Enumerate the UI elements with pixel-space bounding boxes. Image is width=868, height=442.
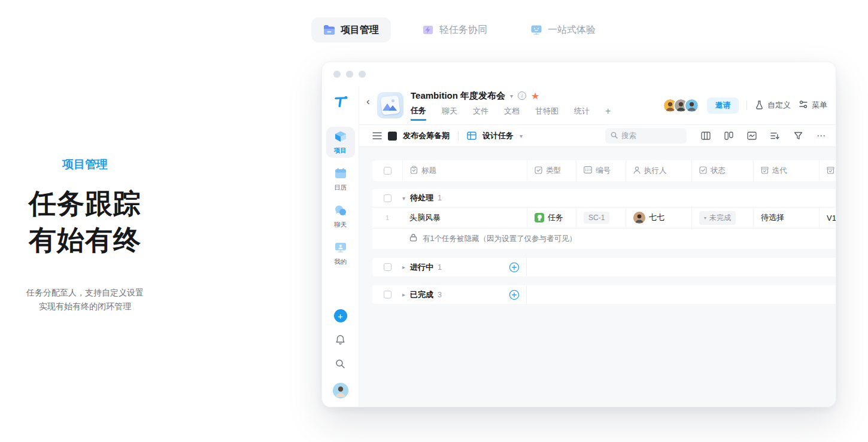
task-type-label[interactable]: 任务: [548, 212, 563, 223]
tab-docs[interactable]: 文档: [504, 106, 520, 120]
window-titlebar: [322, 62, 836, 86]
group-checkbox[interactable]: [384, 291, 391, 298]
columns-view-icon[interactable]: [701, 132, 711, 140]
sort-icon[interactable]: [770, 132, 780, 140]
stage-name[interactable]: 发布会筹备期: [403, 130, 450, 141]
group-row-inprogress[interactable]: ▸ 进行中 1: [372, 258, 836, 276]
extra-value[interactable]: V1: [827, 214, 836, 222]
sidebar-item-projects[interactable]: 项目: [326, 127, 355, 158]
group-count: 1: [438, 263, 442, 272]
column-number[interactable]: 123 编号: [576, 160, 626, 181]
box-check-icon: [761, 166, 769, 176]
tab-one-stop[interactable]: 一站式体验: [518, 17, 608, 42]
column-label: 状态: [711, 166, 726, 176]
more-icon[interactable]: ⋯: [817, 130, 826, 141]
person-icon: [633, 166, 641, 176]
cube-icon: [334, 130, 347, 145]
chevron-down-icon[interactable]: ▾: [510, 93, 513, 99]
task-title[interactable]: 头脑风暴: [409, 212, 441, 223]
filter-icon[interactable]: [794, 132, 803, 140]
tab-stats[interactable]: 统计: [574, 106, 590, 120]
search-icon[interactable]: [335, 359, 345, 371]
group-checkbox[interactable]: [384, 263, 391, 271]
caret-down-icon[interactable]: ▾: [402, 195, 405, 202]
caret-right-icon[interactable]: ▸: [402, 291, 405, 298]
info-icon[interactable]: i: [518, 92, 526, 100]
number-icon: 123: [584, 166, 592, 175]
tab-gantt[interactable]: 甘特图: [535, 106, 559, 120]
activity-chart-icon[interactable]: [747, 132, 757, 140]
group-checkbox[interactable]: [384, 194, 391, 202]
project-title[interactable]: Teambition 年度发布会: [411, 90, 505, 102]
plus-icon: +: [338, 312, 343, 321]
svg-text:123: 123: [585, 168, 591, 172]
caret-down-icon: ▾: [704, 215, 706, 221]
chevron-down-icon[interactable]: ▾: [520, 133, 523, 139]
sliders-icon: [799, 100, 808, 111]
back-chevron-icon[interactable]: ‹: [366, 96, 377, 108]
hidden-task-notice: 有1个任务被隐藏（因为设置了仅参与者可见）: [372, 228, 836, 249]
hamburger-icon[interactable]: [372, 132, 382, 139]
sidebar-item-label: 项目: [334, 147, 347, 155]
notifications-bell-icon[interactable]: [335, 334, 345, 347]
customize-button[interactable]: 自定义: [755, 100, 791, 111]
board-view-icon[interactable]: [724, 132, 733, 140]
add-task-button[interactable]: [509, 262, 520, 273]
lock-icon: [409, 233, 417, 244]
group-row-todo[interactable]: ▾ 待处理 1: [372, 189, 836, 207]
table-view-icon: [467, 132, 477, 140]
window-dot[interactable]: [346, 71, 353, 78]
column-iteration[interactable]: 迭代: [753, 160, 819, 181]
window-dot[interactable]: [359, 71, 366, 78]
search-icon: [611, 130, 618, 141]
group-row-extension: [527, 285, 836, 304]
search-input[interactable]: 搜索: [605, 128, 687, 144]
task-row[interactable]: 1 头脑风暴 任务 SC-1 七七: [372, 207, 836, 228]
create-button[interactable]: +: [334, 309, 347, 322]
view-name[interactable]: 设计任务: [482, 130, 514, 141]
sidebar-item-calendar[interactable]: 日历: [326, 164, 355, 195]
divider: [458, 131, 459, 141]
invite-button[interactable]: 邀请: [707, 97, 739, 114]
task-type-icon: [535, 213, 544, 222]
member-avatars[interactable]: [663, 98, 699, 113]
add-tab-button[interactable]: +: [605, 106, 611, 120]
divider: [746, 100, 747, 110]
monitor-smile-icon: [530, 25, 542, 35]
iteration-value[interactable]: 待选择: [761, 212, 784, 223]
caret-right-icon[interactable]: ▸: [402, 264, 405, 270]
sidebar-item-chat[interactable]: 聊天: [326, 201, 355, 232]
teambition-logo-icon: [333, 95, 348, 112]
tab-light-task[interactable]: 轻任务协同: [410, 17, 499, 42]
task-list-area: 标题 类型 123 编号 执行人: [359, 147, 836, 407]
menu-button[interactable]: 菜单: [799, 100, 827, 111]
sidebar-item-me[interactable]: 我的: [326, 238, 355, 269]
tab-tasks[interactable]: 任务: [411, 105, 426, 121]
monitor-user-icon: [334, 242, 347, 256]
customize-label: 自定义: [767, 100, 791, 111]
column-assignee[interactable]: 执行人: [626, 160, 691, 181]
tab-label: 轻任务协同: [439, 24, 487, 36]
column-type[interactable]: 类型: [527, 160, 576, 181]
window-dot[interactable]: [333, 71, 341, 78]
status-badge[interactable]: ▾ 未完成: [699, 211, 736, 225]
folder-icon: [323, 25, 335, 35]
tab-files[interactable]: 文件: [473, 106, 488, 120]
project-thumbnail[interactable]: [377, 92, 403, 118]
tab-chat[interactable]: 聊天: [442, 106, 457, 120]
search-placeholder: 搜索: [621, 131, 636, 141]
sidebar-item-label: 聊天: [334, 221, 347, 229]
tab-project-management[interactable]: 项目管理: [311, 17, 391, 42]
column-extra[interactable]: [819, 160, 836, 181]
column-title[interactable]: 标题: [402, 160, 527, 181]
group-row-done[interactable]: ▸ 已完成 3: [372, 285, 836, 304]
row-number: 1: [386, 214, 389, 221]
select-all-checkbox[interactable]: [384, 167, 391, 175]
group-count: 1: [438, 194, 442, 202]
star-favorite-icon[interactable]: ★: [531, 90, 539, 102]
user-avatar[interactable]: [333, 383, 348, 398]
assignee-name[interactable]: 七七: [649, 212, 664, 223]
add-task-button[interactable]: [509, 289, 520, 300]
column-status[interactable]: 状态: [691, 160, 753, 181]
app-main: ‹ Teambition 年度发布会 ▾ i ★ 任务 聊天 文件: [359, 86, 836, 407]
